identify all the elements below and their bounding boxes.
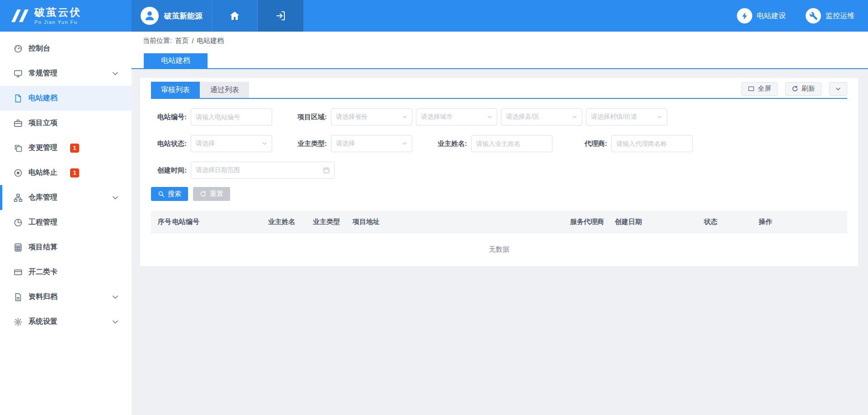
app-header: 破茧云伏 Po Jian Yun Fu 破茧新能源 电站建设监控运维 [0, 0, 868, 32]
header-spacer [303, 0, 737, 32]
owner-type-select[interactable]: 请选择 [331, 135, 412, 152]
column-header: 电站编号 [172, 218, 268, 226]
station-status-select[interactable]: 请选择 [191, 135, 272, 152]
dashboard-icon [14, 44, 23, 53]
district-select[interactable]: 请选择县/区 [501, 108, 582, 126]
reset-button[interactable]: 重置 [193, 187, 230, 201]
header-nav-icon-circle [806, 8, 821, 23]
home-icon [229, 10, 240, 21]
breadcrumb-home-link[interactable]: 首页 [175, 37, 189, 45]
home-button[interactable] [212, 0, 258, 32]
chevron-down-icon [656, 114, 663, 120]
filter-label: 项目区域: [291, 113, 331, 121]
panel-tab[interactable]: 审核列表 [151, 82, 200, 98]
refresh-icon [792, 85, 798, 92]
sidebar-item[interactable]: 开二类卡 [0, 260, 132, 284]
sidebar-item[interactable]: 项目结算 [0, 235, 132, 260]
breadcrumb-prefix: 当前位置: [143, 37, 172, 45]
gear-icon [14, 317, 23, 326]
select-placeholder: 请选择 [336, 140, 401, 148]
sidebar-item[interactable]: 资料归档 [0, 284, 132, 309]
filter-label: 电站状态: [151, 140, 191, 148]
header-nav-label: 电站建设 [757, 11, 786, 21]
lightning-icon [741, 12, 749, 20]
sidebar-item[interactable]: 控制台 [0, 36, 132, 61]
breadcrumb-current: 电站建档 [197, 37, 224, 45]
filter-row: 电站编号:项目区域:请选择省份请选择城市请选择县/区请选择村镇/街道 [151, 108, 847, 126]
reset-icon [200, 191, 207, 197]
refresh-label: 刷新 [802, 84, 815, 93]
filter-label: 业主类型: [291, 140, 331, 148]
filter-label: 电站编号: [151, 113, 191, 121]
table-header: 序号电站编号业主姓名业主类型项目地址服务代理商创建日期状态操作 [151, 211, 847, 233]
column-header: 业主姓名 [268, 218, 313, 226]
logo-title: 破茧云伏 [34, 7, 81, 18]
column-header: 操作 [759, 218, 847, 226]
wrench-icon [809, 12, 818, 20]
user-menu[interactable]: 破茧新能源 [132, 0, 212, 32]
sidebar-item[interactable]: 常规管理 [0, 61, 132, 86]
filter-row: 电站状态:请选择业主类型:请选择业主姓名:代理商: [151, 135, 847, 152]
user-icon [144, 10, 156, 22]
chevron-down-icon [111, 293, 120, 302]
sidebar-item[interactable]: 项目立项 [0, 111, 132, 135]
agent-name-input[interactable] [611, 135, 693, 152]
sidebar: 控制台常规管理电站建档项目立项变更管理1电站终止1仓库管理工程管理项目结算开二类… [0, 32, 132, 415]
panel-tabs-bar: 审核列表通过列表 全屏 刷新 [151, 82, 847, 99]
page-tab[interactable]: 电站建档 [144, 53, 208, 68]
create-time-input[interactable]: 请选择日期范围 [191, 162, 335, 179]
select-placeholder: 请选择 [196, 140, 261, 148]
sidebar-item[interactable]: 电站终止1 [0, 160, 132, 185]
search-button[interactable]: 搜索 [151, 187, 188, 201]
filter-field-station-code: 电站编号: [151, 108, 272, 126]
panel-tab[interactable]: 通过列表 [200, 82, 249, 98]
fullscreen-icon [748, 85, 755, 92]
filter-panel: 审核列表通过列表 全屏 刷新 电站编号:项目区域:请选择省份请选择城市请选择县 [140, 78, 858, 266]
town-select[interactable]: 请选择村镇/街道 [586, 108, 667, 126]
chevron-down-icon [401, 140, 408, 147]
main-area: 当前位置: 首页 / 电站建档 电站建档 审核列表通过列表 全屏 刷新 [132, 32, 868, 415]
pie-chart-icon [14, 218, 23, 227]
station-code-input[interactable] [191, 108, 272, 126]
sidebar-item[interactable]: 工程管理 [0, 210, 132, 235]
column-header: 业主类型 [313, 218, 353, 226]
header-nav-item[interactable]: 电站建设 [737, 8, 786, 23]
refresh-button[interactable]: 刷新 [785, 82, 821, 96]
company-name: 破茧新能源 [164, 11, 203, 21]
sidebar-item[interactable]: 仓库管理 [0, 185, 132, 210]
search-icon [158, 191, 165, 197]
select-placeholder: 请选择省份 [336, 113, 401, 121]
province-select[interactable]: 请选择省份 [331, 108, 412, 126]
chevron-down-icon [111, 69, 120, 78]
logout-button[interactable] [258, 0, 303, 32]
collapse-button[interactable] [829, 82, 847, 96]
notification-badge: 1 [70, 168, 79, 177]
sidebar-item[interactable]: 电站建档 [0, 86, 132, 111]
notification-badge: 1 [70, 144, 79, 153]
reset-label: 重置 [210, 190, 223, 198]
owner-name-input[interactable] [471, 135, 552, 152]
filter-row: 创建时间:请选择日期范围 [151, 162, 847, 179]
file-icon [14, 94, 23, 103]
card-icon [14, 268, 23, 277]
select-placeholder: 请选择村镇/街道 [591, 113, 656, 121]
breadcrumb: 当前位置: 首页 / 电站建档 [132, 32, 868, 50]
sidebar-item[interactable]: 系统设置 [0, 309, 132, 334]
sidebar-item[interactable]: 变更管理1 [0, 135, 132, 160]
header-nav-item[interactable]: 监控运维 [806, 8, 854, 23]
fullscreen-button[interactable]: 全屏 [741, 82, 778, 96]
city-select[interactable]: 请选择城市 [416, 108, 497, 126]
app-logo[interactable]: 破茧云伏 Po Jian Yun Fu [0, 0, 132, 32]
logo-icon [10, 8, 29, 24]
sidebar-item-label: 仓库管理 [28, 193, 57, 202]
filter-label: 创建时间: [151, 166, 191, 175]
column-header: 序号 [158, 218, 172, 226]
sitemap-icon [14, 193, 23, 202]
header-nav-label: 监控运维 [826, 11, 854, 21]
sidebar-item-label: 项目立项 [28, 118, 57, 128]
avatar [141, 7, 159, 25]
sidebar-item-label: 电站终止 [28, 168, 57, 177]
chevron-down-icon [835, 85, 842, 93]
header-nav: 电站建设监控运维 [737, 0, 868, 32]
fullscreen-label: 全屏 [758, 84, 771, 93]
